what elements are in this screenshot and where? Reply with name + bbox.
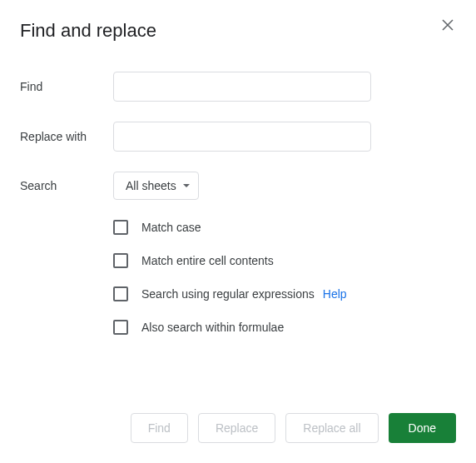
match-entire-checkbox[interactable] xyxy=(113,253,128,268)
match-case-checkbox[interactable] xyxy=(113,220,128,235)
formulae-row: Also search within formulae xyxy=(113,320,456,335)
dialog-title: Find and replace xyxy=(20,20,456,42)
chevron-down-icon xyxy=(183,184,190,187)
close-button[interactable] xyxy=(438,15,458,35)
find-button[interactable]: Find xyxy=(131,413,188,443)
replace-all-button[interactable]: Replace all xyxy=(285,413,378,443)
match-entire-label: Match entire cell contents xyxy=(141,254,274,267)
replace-row: Replace with xyxy=(20,122,456,152)
find-replace-dialog: Find and replace Find Replace with Searc… xyxy=(0,0,476,463)
close-icon xyxy=(442,19,454,31)
button-row: Find Replace Replace all Done xyxy=(20,413,456,443)
search-scope-dropdown[interactable]: All sheets xyxy=(113,172,199,200)
formulae-label: Also search within formulae xyxy=(141,321,284,334)
find-input[interactable] xyxy=(113,72,371,102)
search-label: Search xyxy=(20,179,113,192)
regex-label: Search using regular expressions xyxy=(141,287,315,301)
help-link[interactable]: Help xyxy=(323,287,347,301)
dropdown-selected: All sheets xyxy=(126,179,176,192)
find-label: Find xyxy=(20,80,113,93)
find-row: Find xyxy=(20,72,456,102)
replace-label: Replace with xyxy=(20,130,113,143)
regex-row: Search using regular expressions Help xyxy=(113,286,456,301)
match-case-row: Match case xyxy=(113,220,456,235)
match-case-label: Match case xyxy=(141,221,201,234)
formulae-checkbox[interactable] xyxy=(113,320,128,335)
match-entire-row: Match entire cell contents xyxy=(113,253,456,268)
regex-checkbox[interactable] xyxy=(113,286,128,301)
search-row: Search All sheets xyxy=(20,172,456,200)
done-button[interactable]: Done xyxy=(389,413,456,443)
options-group: Match case Match entire cell contents Se… xyxy=(113,220,456,335)
replace-input[interactable] xyxy=(113,122,371,152)
replace-button[interactable]: Replace xyxy=(198,413,275,443)
